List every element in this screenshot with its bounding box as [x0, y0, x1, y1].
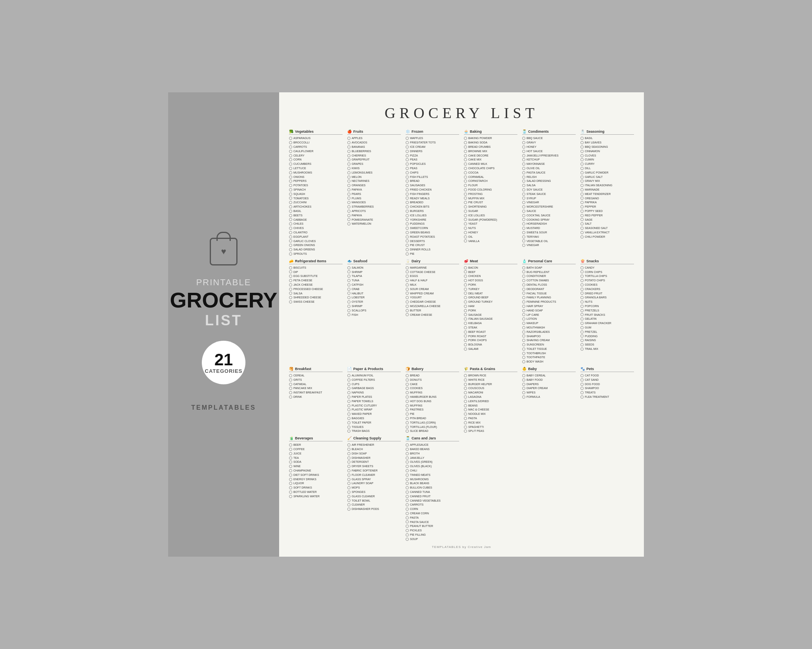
checkbox[interactable]	[406, 137, 409, 140]
checkbox[interactable]	[580, 288, 584, 291]
list-item[interactable]: CAT FOOD	[580, 374, 634, 378]
checkbox[interactable]	[289, 378, 292, 382]
list-item[interactable]: PASTA SAUCE	[406, 520, 459, 524]
list-item[interactable]: GRANOLA BARS	[580, 296, 634, 300]
checkbox[interactable]	[406, 252, 409, 256]
list-item[interactable]: SOY SAUCE	[522, 188, 576, 192]
checkbox[interactable]	[522, 227, 525, 230]
checkbox[interactable]	[406, 283, 409, 286]
list-item[interactable]: ROAST POTATOES	[406, 235, 459, 239]
list-item[interactable]: COCKTAIL SAUCE	[522, 214, 576, 218]
list-item[interactable]: SOFT DRINKS	[289, 486, 343, 490]
list-item[interactable]: MOZZARELLA CHEESE	[406, 304, 459, 308]
list-item[interactable]: POPPY SEED	[580, 209, 634, 213]
list-item[interactable]: BBQ SAUCE	[522, 136, 576, 140]
list-item[interactable]: YORKSHIRE	[406, 218, 459, 222]
checkbox[interactable]	[347, 292, 350, 295]
checkbox[interactable]	[464, 283, 467, 286]
checkbox[interactable]	[580, 270, 584, 273]
checkbox[interactable]	[347, 486, 350, 489]
checkbox[interactable]	[464, 137, 467, 140]
list-item[interactable]: MELON	[347, 175, 401, 179]
list-item[interactable]: SPAGHETTI	[464, 425, 517, 429]
checkbox[interactable]	[347, 443, 350, 447]
checkbox[interactable]	[289, 279, 292, 282]
checkbox[interactable]	[464, 412, 467, 416]
list-item[interactable]: GRAPEFRUIT	[347, 158, 401, 162]
checkbox[interactable]	[406, 520, 409, 523]
checkbox[interactable]	[289, 460, 292, 464]
checkbox[interactable]	[289, 171, 292, 174]
checkbox[interactable]	[347, 391, 350, 394]
checkbox[interactable]	[464, 231, 467, 234]
checkbox[interactable]	[580, 317, 584, 321]
list-item[interactable]: DELI MEAT	[464, 292, 517, 296]
checkbox[interactable]	[580, 231, 584, 234]
checkbox[interactable]	[464, 222, 467, 225]
list-item[interactable]: CRAB	[347, 287, 401, 291]
list-item[interactable]: MAYONNAISE	[522, 162, 576, 166]
list-item[interactable]: COOKIES	[580, 283, 634, 287]
list-item[interactable]: TILAPIA	[347, 274, 401, 278]
checkbox[interactable]	[522, 292, 525, 295]
checkbox[interactable]	[464, 197, 467, 200]
list-item[interactable]: TOILET TISSUE	[522, 347, 576, 351]
list-item[interactable]: GARLIC CLOVES	[289, 239, 343, 243]
list-item[interactable]: HAM	[464, 304, 517, 308]
checkbox[interactable]	[580, 339, 584, 342]
checkbox[interactable]	[464, 214, 467, 217]
list-item[interactable]: SOUR CREAM	[406, 287, 459, 291]
checkbox[interactable]	[522, 395, 525, 399]
checkbox[interactable]	[522, 339, 525, 342]
checkbox[interactable]	[406, 448, 409, 451]
list-item[interactable]: FETA CHEESE	[289, 279, 343, 283]
checkbox[interactable]	[406, 452, 409, 455]
list-item[interactable]: BISCUITS	[289, 266, 343, 270]
list-item[interactable]: PEPPERS	[289, 179, 343, 183]
list-item[interactable]: FEMININE PRODUCTS	[522, 300, 576, 304]
checkbox[interactable]	[289, 395, 292, 399]
list-item[interactable]: CONDITIONER	[522, 274, 576, 278]
checkbox[interactable]	[289, 145, 292, 149]
checkbox[interactable]	[347, 283, 350, 286]
list-item[interactable]: BURGERS	[406, 209, 459, 213]
checkbox[interactable]	[464, 176, 467, 179]
checkbox[interactable]	[289, 150, 292, 153]
checkbox[interactable]	[580, 188, 584, 191]
list-item[interactable]: PEAS	[406, 158, 459, 162]
checkbox[interactable]	[406, 266, 409, 269]
checkbox[interactable]	[347, 137, 350, 140]
list-item[interactable]: DIP	[289, 270, 343, 274]
list-item[interactable]: GREEN ONIONS	[289, 243, 343, 247]
list-item[interactable]: SQUASH	[289, 192, 343, 196]
list-item[interactable]: STEAK	[464, 326, 517, 330]
list-item[interactable]: CORN CHIPS	[580, 270, 634, 274]
list-item[interactable]: TOMATOES	[289, 197, 343, 200]
list-item[interactable]: CREAM CORN	[406, 512, 459, 515]
checkbox[interactable]	[464, 171, 467, 174]
list-item[interactable]: CORNSTARCH	[464, 179, 517, 183]
list-item[interactable]: ARTICHOKES	[289, 205, 343, 209]
list-item[interactable]: CAT SAND	[580, 378, 634, 382]
checkbox[interactable]	[522, 330, 525, 334]
list-item[interactable]: PEPPER	[580, 205, 634, 209]
checkbox[interactable]	[464, 179, 467, 183]
list-item[interactable]: LAUNDRY SOAP	[347, 481, 401, 485]
list-item[interactable]: PLASTIC WRAP	[347, 408, 401, 412]
list-item[interactable]: WHIPPED CREAM	[406, 292, 459, 296]
list-item[interactable]: ALUMINUM FOIL	[347, 374, 401, 378]
list-item[interactable]: ORANGES	[347, 183, 401, 187]
checkbox[interactable]	[289, 167, 292, 170]
checkbox[interactable]	[464, 317, 467, 321]
list-item[interactable]: RAISINS	[580, 338, 634, 342]
list-item[interactable]: DISHWASHER PODS	[347, 507, 401, 511]
checkbox[interactable]	[406, 150, 409, 153]
list-item[interactable]: SALSA	[522, 183, 576, 187]
checkbox[interactable]	[522, 383, 525, 386]
checkbox[interactable]	[289, 448, 292, 451]
list-item[interactable]: BANANAS	[347, 145, 401, 149]
list-item[interactable]: BOLOGNA	[464, 343, 517, 347]
list-item[interactable]: OLIVES (BLACK)	[406, 464, 459, 468]
checkbox[interactable]	[464, 322, 467, 325]
checkbox[interactable]	[464, 429, 467, 433]
